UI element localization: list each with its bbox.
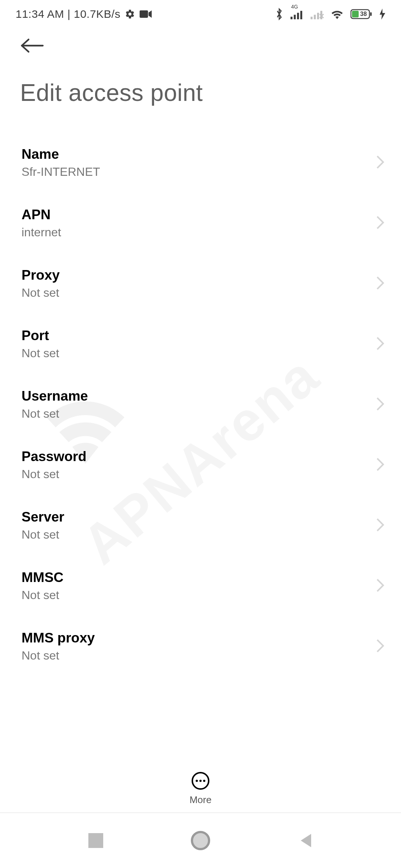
svg-rect-0 bbox=[140, 10, 148, 18]
nav-recents-button[interactable] bbox=[88, 833, 103, 848]
chevron-right-icon bbox=[376, 336, 385, 352]
chevron-right-icon bbox=[376, 276, 385, 292]
svg-rect-6 bbox=[314, 14, 316, 19]
row-value: Not set bbox=[22, 649, 95, 662]
row-label: Name bbox=[22, 147, 100, 162]
row-value: Not set bbox=[22, 407, 88, 421]
chevron-right-icon bbox=[376, 215, 385, 231]
row-label: MMS proxy bbox=[22, 630, 95, 646]
chevron-right-icon bbox=[376, 457, 385, 473]
row-password[interactable]: Password Not set bbox=[0, 435, 401, 495]
row-label: Port bbox=[22, 328, 59, 343]
nav-back-button[interactable] bbox=[298, 832, 313, 849]
back-icon[interactable] bbox=[19, 38, 45, 53]
row-value: internet bbox=[22, 226, 61, 239]
row-value: Not set bbox=[22, 286, 60, 300]
svg-rect-12 bbox=[352, 11, 359, 17]
svg-rect-2 bbox=[294, 14, 296, 19]
row-value: Not set bbox=[22, 588, 63, 602]
chevron-right-icon bbox=[376, 578, 385, 594]
svg-rect-1 bbox=[291, 17, 293, 19]
row-label: Username bbox=[22, 388, 88, 404]
row-server[interactable]: Server Not set bbox=[0, 495, 401, 556]
bluetooth-icon bbox=[275, 8, 284, 20]
row-proxy[interactable]: Proxy Not set bbox=[0, 253, 401, 314]
row-value: Sfr-INTERNET bbox=[22, 165, 100, 179]
row-label: Proxy bbox=[22, 267, 60, 283]
status-left: 11:34 AM | 10.7KB/s bbox=[16, 8, 152, 20]
system-nav-bar bbox=[0, 812, 401, 868]
svg-rect-13 bbox=[370, 12, 372, 16]
row-name[interactable]: Name Sfr-INTERNET bbox=[0, 132, 401, 193]
svg-rect-5 bbox=[311, 17, 313, 19]
video-camera-icon bbox=[140, 10, 152, 19]
more-icon bbox=[192, 772, 209, 790]
chevron-right-icon bbox=[376, 517, 385, 534]
charging-icon bbox=[379, 9, 385, 20]
cellular-signal-no-sim-icon bbox=[310, 9, 324, 19]
row-port[interactable]: Port Not set bbox=[0, 314, 401, 374]
row-value: Not set bbox=[22, 528, 64, 542]
chevron-right-icon bbox=[376, 638, 385, 655]
row-label: Password bbox=[22, 449, 87, 464]
apn-settings-list: Name Sfr-INTERNET APN internet Proxy Not… bbox=[0, 132, 401, 677]
chevron-right-icon bbox=[376, 397, 385, 413]
row-label: MMSC bbox=[22, 570, 63, 585]
row-username[interactable]: Username Not set bbox=[0, 374, 401, 435]
status-bar: 11:34 AM | 10.7KB/s 4G 38 bbox=[0, 0, 401, 28]
status-time-text: 11:34 AM | 10.7KB/s bbox=[16, 8, 120, 20]
row-apn[interactable]: APN internet bbox=[0, 193, 401, 253]
svg-rect-3 bbox=[297, 13, 299, 19]
row-mmsc[interactable]: MMSC Not set bbox=[0, 556, 401, 616]
battery-icon: 38 bbox=[351, 9, 373, 20]
row-value: Not set bbox=[22, 346, 59, 360]
row-label: Server bbox=[22, 509, 64, 525]
row-value: Not set bbox=[22, 467, 87, 481]
svg-rect-4 bbox=[300, 11, 302, 19]
row-label: APN bbox=[22, 207, 61, 223]
page-title: Edit access point bbox=[0, 55, 401, 106]
gear-icon bbox=[125, 9, 135, 19]
chevron-right-icon bbox=[376, 155, 385, 171]
cellular-signal-4g-icon: 4G bbox=[290, 9, 304, 19]
more-label: More bbox=[189, 794, 211, 806]
more-action[interactable]: More bbox=[0, 762, 401, 806]
nav-home-button[interactable] bbox=[191, 831, 210, 850]
svg-rect-7 bbox=[317, 13, 319, 19]
status-right: 4G 38 bbox=[275, 8, 385, 20]
wifi-icon bbox=[330, 9, 344, 19]
row-mms-proxy[interactable]: MMS proxy Not set bbox=[0, 616, 401, 677]
